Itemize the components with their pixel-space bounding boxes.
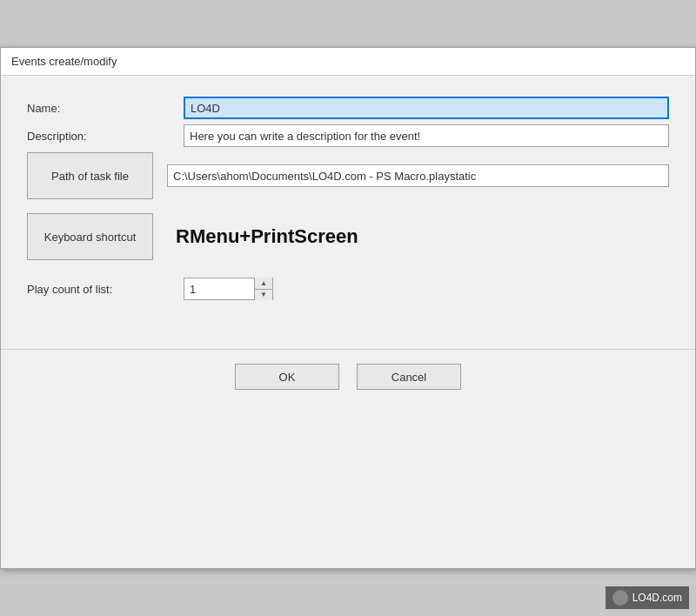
play-count-label: Play count of list: xyxy=(27,283,184,296)
events-dialog: Events create/modify Name: Description: … xyxy=(0,47,696,569)
spinner-up-button[interactable]: ▲ xyxy=(255,278,272,289)
lo4d-logo-icon xyxy=(612,590,628,606)
description-input[interactable] xyxy=(184,124,669,147)
spinner-buttons: ▲ ▼ xyxy=(254,278,272,300)
keyboard-shortcut-button[interactable]: Keyboard shortcut xyxy=(27,213,153,260)
path-of-task-file-button[interactable]: Path of task file xyxy=(27,152,153,199)
spinner-down-button[interactable]: ▼ xyxy=(255,289,272,301)
dialog-title: Events create/modify xyxy=(11,55,117,68)
watermark-text: LO4D.com xyxy=(632,592,682,604)
path-row: Path of task file xyxy=(27,152,669,199)
path-input[interactable] xyxy=(167,164,669,187)
play-count-row: Play count of list: ▲ ▼ xyxy=(27,278,669,300)
dialog-footer: OK Cancel xyxy=(1,349,695,411)
cancel-button[interactable]: Cancel xyxy=(357,364,461,390)
name-row: Name: xyxy=(27,97,669,119)
name-label: Name: xyxy=(27,102,184,115)
name-input[interactable] xyxy=(184,97,669,119)
watermark: LO4D.com xyxy=(606,586,689,609)
play-count-input[interactable] xyxy=(184,278,254,299)
description-label: Description: xyxy=(27,130,184,143)
dialog-titlebar: Events create/modify xyxy=(1,48,695,76)
dialog-content: Name: Description: Path of task file Key… xyxy=(1,76,695,340)
description-row: Description: xyxy=(27,124,669,147)
shortcut-display: RMenu+PrintScreen xyxy=(167,225,669,248)
ok-button[interactable]: OK xyxy=(235,364,339,390)
keyboard-shortcut-row: Keyboard shortcut RMenu+PrintScreen xyxy=(27,213,669,260)
play-count-spinner: ▲ ▼ xyxy=(184,278,273,300)
